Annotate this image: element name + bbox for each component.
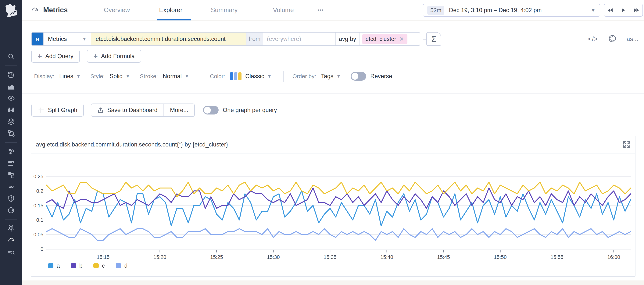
query-utilities: </> as... [588,32,638,46]
color-palette-swatch[interactable] [230,72,242,80]
add-query-button[interactable]: + Add Query [31,50,80,63]
dashboards-icon[interactable] [7,82,16,91]
split-graph-button[interactable]: Split Graph [31,104,84,117]
watchdog-icon[interactable] [7,94,16,103]
chevron-down-icon[interactable]: ▼ [336,74,341,79]
remove-tag-icon[interactable]: ✕ [399,36,404,42]
order-by-label: Order by: [292,73,316,79]
history-icon[interactable] [7,70,16,79]
metric-name-input[interactable]: etcd.disk.backend.commit.duration.second… [91,32,246,45]
query-bar: a Metrics ▼ etcd.disk.backend.commit.dur… [31,32,420,46]
display-options-row: Display: Lines ▼ Style: Solid ▼ Stroke: … [34,70,392,82]
group-by-segment[interactable]: etcd_cluster ✕ [359,32,420,45]
tab-explorer[interactable]: Explorer [159,0,182,20]
rum-icon[interactable] [7,171,16,179]
synthetics-icon[interactable] [7,206,16,215]
group-by-tag-label: etcd_cluster [366,36,396,42]
legend-swatch [94,263,99,268]
x-axis-tick-label: 15:50 [494,254,507,260]
main-content: a Metrics ▼ etcd.disk.backend.commit.dur… [22,21,644,281]
containers-hexagons-icon[interactable] [7,147,16,156]
scope-filter-segment [263,32,336,45]
order-by-select[interactable]: Tags [321,73,333,80]
graph-title: avg:etcd.disk.backend.commit.duration.se… [36,141,228,148]
style-label: Style: [90,73,105,79]
legend-label: a [57,263,60,269]
chart-plot-area[interactable]: 00.050.10.150.20.2515:1515:2015:2515:301… [31,154,635,260]
step-backward-button[interactable] [604,4,617,16]
style-select[interactable]: Solid [110,73,123,80]
save-to-dashboard-button[interactable]: Save to Dashboard [91,104,164,116]
ci-pipelines-icon[interactable] [7,182,16,191]
one-graph-per-query-toggle[interactable] [203,106,218,114]
y-axis-tick-label: 0.2 [36,188,44,194]
add-formula-button[interactable]: + Add Formula [87,50,141,63]
apm-binoculars-icon[interactable] [7,106,16,114]
scope-filter-input[interactable] [267,35,332,42]
data-source-select[interactable]: Metrics ▼ [44,32,91,45]
time-range-picker[interactable]: 52m Dec 19, 3:10 pm – Dec 19, 4:02 pm ▼ [423,4,600,17]
chevron-down-icon[interactable]: ▼ [185,74,189,79]
page-title: Metrics [43,6,68,14]
legend-item-b[interactable]: b [71,263,82,269]
aggregator-label[interactable]: avg by [336,32,359,45]
y-axis-tick-label: 0.25 [33,174,44,179]
metrics-gauge-icon[interactable] [7,236,16,245]
tab-summary[interactable]: Summary [211,0,238,20]
graph-card-header: avg:etcd.disk.backend.commit.duration.se… [31,136,635,153]
x-axis-tick-label: 15:25 [210,254,223,260]
profiling-icon[interactable] [7,248,16,256]
datadog-logo[interactable] [0,0,22,22]
time-range-text: Dec 19, 3:10 pm – Dec 19, 4:02 pm [449,7,586,14]
display-select[interactable]: Lines [59,73,73,80]
vertical-divider [283,71,284,82]
tab-overview[interactable]: Overview [104,0,130,20]
legend-item-d[interactable]: d [116,263,128,269]
tab-more-icon[interactable]: ••• [318,0,324,20]
network-map-icon[interactable] [7,129,16,138]
tab-volume[interactable]: Volume [273,0,294,20]
swatch-bar [230,72,233,80]
legend-item-c[interactable]: c [94,263,105,269]
chart-plot[interactable]: 00.050.10.150.20.2515:1515:2015:2515:301… [31,154,635,260]
divider [22,67,644,67]
series-line-a [46,191,631,226]
from-label: from [246,32,263,45]
sidebar-divider [5,219,17,220]
infrastructure-layers-icon[interactable] [7,117,16,126]
time-step-controls [604,4,643,17]
code-view-icon[interactable]: </> [588,35,598,42]
reverse-toggle[interactable] [350,72,366,81]
save-button-group: Save to Dashboard More... [91,103,195,117]
chart-legend: abcd [48,263,128,269]
expand-fullscreen-icon[interactable] [622,141,631,149]
as-button[interactable]: as... [626,35,638,42]
play-button[interactable] [617,4,630,16]
product-title: Metrics [30,0,68,20]
sidebar-divider [5,142,17,143]
color-select[interactable]: Classic [245,73,264,80]
upload-icon [97,107,104,113]
data-source-value: Metrics [48,35,67,42]
error-tracking-bug-icon[interactable] [7,224,16,233]
legend-label: b [79,263,82,269]
chevron-down-icon[interactable]: ▼ [76,74,81,79]
chevron-down-icon[interactable]: ▼ [267,74,272,79]
legend-item-a[interactable]: a [48,263,60,269]
stroke-select[interactable]: Normal [163,73,182,80]
logs-icon[interactable] [7,159,16,168]
search-icon[interactable] [7,52,16,61]
stroke-label: Stroke: [140,73,158,79]
sigma-aggregate-button[interactable]: Σ [426,32,441,46]
graph-card: avg:etcd.disk.backend.commit.duration.se… [31,136,636,277]
step-forward-button[interactable] [630,4,642,16]
time-duration-badge: 52m [427,6,444,15]
legend-label: d [124,263,128,269]
group-by-tag[interactable]: etcd_cluster ✕ [362,34,408,44]
chevron-down-icon[interactable]: ▼ [126,74,130,79]
save-to-dashboard-label: Save to Dashboard [107,107,158,114]
series-line-c [46,182,631,197]
palette-icon[interactable] [608,34,617,44]
more-button[interactable]: More... [164,104,194,116]
security-shield-icon[interactable] [7,194,16,203]
